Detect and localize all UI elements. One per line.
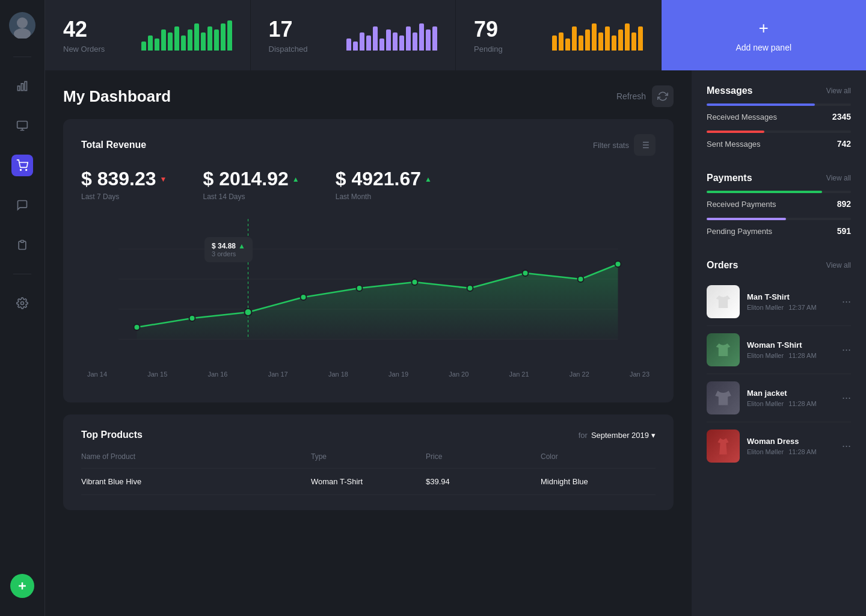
received-messages-item: Received Messages 2345: [707, 103, 851, 122]
line-chart-container: $ 34.88 ▲ 3 orders: [81, 219, 656, 387]
svg-point-28: [357, 285, 363, 291]
sidebar-item-charts[interactable]: [11, 75, 33, 97]
payments-header: Payments View all: [707, 173, 851, 183]
revenue-card: Total Revenue Filter stats: [63, 119, 674, 402]
stat-info-dispatched: 17 Dispatched: [269, 17, 308, 54]
stat-card-dispatched: 17 Dispatched: [251, 0, 456, 70]
page-title: My Dashboard: [63, 87, 171, 106]
order-item-3: Woman Dress Eliton Møller 11:28 AM ···: [707, 422, 851, 470]
svg-point-31: [523, 270, 529, 276]
order-more-2[interactable]: ···: [842, 392, 851, 404]
order-thumb-1: [707, 333, 740, 366]
stat-number-orders: 42: [63, 17, 105, 42]
order-more-3[interactable]: ···: [842, 440, 851, 452]
sidebar-divider-2: [13, 274, 31, 274]
svg-point-24: [134, 324, 140, 330]
order-info-1: Woman T-Shirt Eliton Møller 11:28 AM: [747, 340, 835, 359]
add-panel-button[interactable]: + Add new panel: [662, 0, 867, 70]
order-meta-3: Eliton Møller 11:28 AM: [747, 448, 835, 455]
order-more-0[interactable]: ···: [842, 295, 851, 308]
rev-period-month: Last Month: [336, 192, 432, 201]
refresh-label: Refresh: [616, 91, 646, 101]
svg-rect-6: [17, 122, 28, 129]
received-payments-item: Received Payments 892: [707, 191, 851, 209]
orders-view-all[interactable]: View all: [826, 261, 851, 270]
sidebar-item-clipboard[interactable]: [11, 234, 33, 256]
right-sidebar: Messages View all Received Messages 2345: [692, 70, 866, 616]
messages-section: Messages View all Received Messages 2345: [707, 85, 851, 158]
sidebar-item-chat[interactable]: [11, 194, 33, 216]
revenue-title: Total Revenue: [81, 140, 146, 150]
pending-payments-count: 591: [837, 226, 851, 236]
dashboard-header: My Dashboard Refresh: [63, 85, 674, 107]
svg-point-25: [189, 315, 195, 321]
order-item-2: Man jacket Eliton Møller 11:28 AM ···: [707, 374, 851, 422]
revenue-stats: $ 839.23 ▼ Last 7 Days $ 2014.92 ▲ Last …: [81, 168, 656, 201]
sent-messages-track: [707, 131, 851, 133]
sidebar-item-presentation[interactable]: [11, 115, 33, 137]
received-messages-label: Received Messages: [707, 112, 777, 122]
rev-period-14days: Last 14 Days: [203, 192, 299, 201]
payments-view-all[interactable]: View all: [826, 174, 851, 182]
refresh-button[interactable]: [652, 85, 674, 107]
floating-add-button[interactable]: [10, 574, 34, 598]
stat-label-orders: New Orders: [63, 45, 105, 54]
bar-chart-dispatched: [346, 20, 437, 51]
table-row: Vibrant Blue Hive Woman T-Shirt $39.94 M…: [81, 469, 656, 495]
order-thumb-3: [707, 430, 740, 463]
orders-header: Orders View all: [707, 260, 851, 271]
svg-point-30: [467, 285, 473, 291]
order-info-3: Woman Dress Eliton Møller 11:28 AM: [747, 437, 835, 455]
pending-payments-row: Pending Payments 591: [707, 226, 851, 236]
svg-point-1: [14, 28, 31, 38]
add-panel-icon: +: [759, 19, 769, 38]
order-meta-2: Eliton Møller 11:28 AM: [747, 400, 835, 407]
sent-messages-fill: [707, 131, 764, 133]
top-stats-bar: 42 New Orders 17: [45, 0, 866, 70]
add-panel-label: Add new panel: [735, 43, 791, 52]
for-label: for: [579, 431, 588, 440]
order-item-0: Man T-Shirt Eliton Møller 12:37 AM ···: [707, 278, 851, 326]
received-messages-fill: [707, 103, 815, 106]
dashboard-area: My Dashboard Refresh Total Revenue: [45, 70, 866, 616]
svg-rect-5: [25, 82, 26, 91]
chevron-down-icon: ▾: [651, 431, 656, 440]
messages-view-all[interactable]: View all: [826, 87, 851, 95]
svg-point-33: [615, 261, 621, 267]
trend-up-icon-1: ▲: [292, 175, 299, 183]
rev-period-7days: Last 7 Days: [81, 192, 167, 201]
received-messages-row: Received Messages 2345: [707, 112, 851, 122]
sidebar-item-cart[interactable]: [11, 155, 33, 176]
avatar[interactable]: [9, 12, 35, 38]
revenue-header: Total Revenue Filter stats: [81, 134, 656, 156]
pending-payments-label: Pending Payments: [707, 227, 772, 236]
stat-label-pending: Pending: [474, 45, 503, 54]
filter-icon: [634, 134, 656, 156]
received-payments-track: [707, 191, 851, 193]
stat-number-dispatched: 17: [269, 17, 308, 42]
sent-messages-count: 742: [837, 139, 851, 149]
rev-stat-14days: $ 2014.92 ▲ Last 14 Days: [203, 168, 299, 201]
messages-header: Messages View all: [707, 85, 851, 96]
received-messages-track: [707, 103, 851, 106]
received-messages-count: 2345: [832, 112, 851, 122]
stat-label-dispatched: Dispatched: [269, 45, 308, 54]
sidebar-item-settings[interactable]: [11, 292, 33, 314]
sent-messages-row: Sent Messages 742: [707, 139, 851, 149]
month-select[interactable]: September 2019 ▾: [591, 431, 656, 440]
pending-payments-fill: [707, 218, 786, 220]
svg-rect-9: [21, 241, 24, 242]
orders-section: Orders View all Man T-Shirt Eliton Mølle…: [707, 260, 851, 470]
order-thumb-0: [707, 285, 740, 318]
filter-button[interactable]: Filter stats: [593, 134, 656, 156]
order-name-1: Woman T-Shirt: [747, 340, 835, 350]
order-more-1[interactable]: ···: [842, 343, 851, 356]
tooltip-orders: 3 orders: [212, 250, 245, 257]
svg-rect-3: [18, 86, 20, 91]
payments-section: Payments View all Received Payments 892: [707, 173, 851, 245]
orders-title: Orders: [707, 260, 738, 271]
top-products-card: Top Products for September 2019 ▾ Name o…: [63, 414, 674, 510]
bar-chart-orders: [141, 20, 232, 51]
order-info-0: Man T-Shirt Eliton Møller 12:37 AM: [747, 292, 835, 311]
bar-chart-pending: [552, 20, 643, 51]
